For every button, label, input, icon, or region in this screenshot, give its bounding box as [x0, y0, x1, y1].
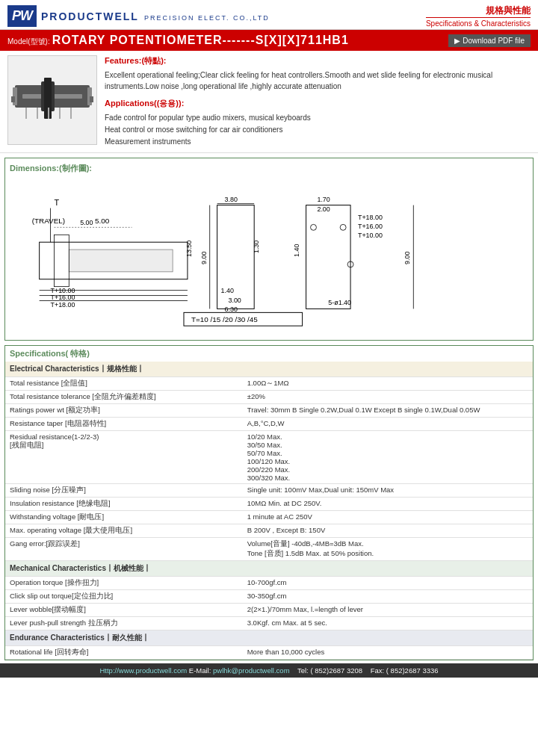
app-line-2: Heat control or mose switching for car a…	[105, 124, 531, 136]
spec-label: Ratings power wt [额定功率]	[5, 404, 243, 418]
spec-value: 10MΩ Min. at DC 250V.	[243, 498, 533, 511]
svg-rect-34	[306, 205, 350, 309]
spec-label: Residual resistance(1-2/2-3) [残留电阻]	[5, 431, 243, 484]
model-bar: Model(型號): ROTARY POTENTIOMETER-------S[…	[0, 30, 538, 51]
app-line-3: Measurement instruments	[105, 136, 531, 148]
table-row: Total resistance [全阻值] 1.00Ω～1MΩ	[5, 377, 533, 391]
download-button[interactable]: ▶ Download PDF file	[448, 34, 531, 47]
specs-header: Specifications( 特格)	[5, 346, 533, 362]
spec-value: 2(2×1.)/70mm Max, l.=length of lever	[243, 604, 533, 617]
svg-rect-19	[69, 250, 173, 272]
table-row: Gang error:[跟踪误差] Volume[音量] -40dB,-4MB=…	[5, 538, 533, 561]
footer: Http://www.productwell.com E-Mail: pwlhk…	[0, 663, 538, 678]
spec-label: Sliding noise [分压噪声]	[5, 484, 243, 498]
svg-text:1.40: 1.40	[293, 244, 300, 257]
app-line-1: Fade control for popular type audio mixe…	[105, 112, 531, 124]
table-row: Lever push-pull strength 拉压柄力 3.0Kgf. cm…	[5, 617, 533, 630]
endurance-header-row: Endurance Characteristics丨耐久性能丨	[5, 630, 533, 646]
features-desc: Excellent operational feeling;Clear clic…	[105, 69, 531, 92]
product-svg	[11, 59, 93, 141]
mechanical-header-cell: Mechanical Characteristics丨机械性能丨	[5, 561, 533, 577]
svg-text:9.00: 9.00	[200, 252, 208, 264]
footer-fax: Fax: ( 852)2687 3336	[371, 666, 439, 675]
svg-point-47	[340, 224, 346, 230]
svg-text:3.00: 3.00	[228, 297, 241, 304]
spec-value: ±20%	[243, 391, 533, 404]
spec-value: 1.00Ω～1MΩ	[243, 377, 533, 391]
svg-text:5.00: 5.00	[80, 219, 93, 226]
spec-label: Lever wobble[摆动幅度]	[5, 604, 243, 617]
table-row: Operation torque [操作扭力] 10-700gf.cm	[5, 577, 533, 590]
model-text: ROTARY POTENTIOMETER-------S[X][X]711HB1	[52, 34, 349, 46]
spec-value: Single unit: 100mV Max,Dual unit: 150mV …	[243, 484, 533, 498]
spec-label: Rotational life [回转寿命]	[5, 646, 243, 660]
dimensions-section: Dimensions:(制作圖): T (TRAVEL) 5.00 T+10.0…	[4, 158, 534, 341]
spec-value: A,B,°C,D,W	[243, 418, 533, 431]
table-row: Lever wobble[摆动幅度] 2(2×1.)/70mm Max, l.=…	[5, 604, 533, 617]
spec-label: Lever push-pull strength 拉压柄力	[5, 617, 243, 630]
spec-label: Insulation resistance [绝缘电阻]	[5, 498, 243, 511]
spec-label: Operation torque [操作扭力]	[5, 577, 243, 590]
spec-label: Total resistance [全阻值]	[5, 377, 243, 391]
svg-text:3.80: 3.80	[225, 196, 238, 203]
features-section: Features:(特點): Excellent operational fee…	[0, 51, 538, 153]
spec-value: 1 minute at AC 250V	[243, 511, 533, 524]
spec-label: Gang error:[跟踪误差]	[5, 538, 243, 561]
svg-text:1.70: 1.70	[317, 196, 330, 203]
table-row: Sliding noise [分压噪声] Single unit: 100mV …	[5, 484, 533, 498]
spec-label: Max. operating voltage [最大使用电压]	[5, 524, 243, 538]
svg-text:T+16.00: T+16.00	[51, 294, 75, 302]
model-info: Model(型號): ROTARY POTENTIOMETER-------S[…	[7, 34, 349, 47]
spec-label: Click slip out torque[定位扭力比]	[5, 590, 243, 604]
svg-text:5.00: 5.00	[95, 217, 110, 225]
specs-section: Specifications( 特格) Electrical Character…	[4, 345, 534, 660]
footer-tel: Tel: ( 852)2687 3208	[297, 666, 362, 675]
dimensions-diagram: T (TRAVEL) 5.00 T+10.00 T+16.00 T+18.00 …	[10, 179, 528, 335]
spec-value: Volume[音量] -40dB,-4MB=3dB Max. Tone [音质]…	[243, 538, 533, 561]
spec-value: B 200V , Except B: 150V	[243, 524, 533, 538]
spec-value: Travel: 30mm B Single 0.2W,Dual 0.1W Exc…	[243, 404, 533, 418]
svg-text:1.40: 1.40	[221, 287, 234, 294]
svg-text:T=10 /15 /20 /30 /45: T=10 /15 /20 /30 /45	[191, 315, 258, 323]
spec-label: Total resistance tolerance [全阻允许偏差精度]	[5, 391, 243, 404]
table-row: Insulation resistance [绝缘电阻] 10MΩ Min. a…	[5, 498, 533, 511]
svg-rect-12	[90, 96, 93, 102]
mechanical-header-row: Mechanical Characteristics丨机械性能丨	[5, 561, 533, 577]
table-row: Withstanding voltage [耐电压] 1 minute at A…	[5, 511, 533, 524]
logo-area: PW PRODUCTWELL PRECISION ELECT. CO.,LTD	[7, 5, 270, 27]
table-row: Resistance taper [电阻器特性] A,B,°C,D,W	[5, 418, 533, 431]
table-row: Residual resistance(1-2/2-3) [残留电阻] 10/2…	[5, 431, 533, 484]
spec-label: Resistance taper [电阻器特性]	[5, 418, 243, 431]
features-text: Features:(特點): Excellent operational fee…	[105, 55, 531, 148]
spec-char-en: Specifications & Characteristics	[426, 17, 531, 28]
svg-point-46	[311, 224, 317, 230]
svg-text:(TRAVEL): (TRAVEL)	[32, 217, 65, 225]
spec-label: Withstanding voltage [耐电压]	[5, 511, 243, 524]
svg-text:T+18.00: T+18.00	[51, 301, 75, 309]
header-right: 規格與性能 Specifications & Characteristics	[426, 4, 531, 28]
spec-value: 10-700gf.cm	[243, 577, 533, 590]
svg-text:13.50: 13.50	[185, 241, 193, 257]
table-row: Rotational life [回转寿命] More than 10,000 …	[5, 646, 533, 660]
svg-text:T+16.00: T+16.00	[358, 223, 383, 230]
model-label: Model(型號):	[7, 37, 50, 46]
product-image	[7, 55, 97, 145]
svg-text:T: T	[54, 198, 59, 207]
table-row: Total resistance tolerance [全阻允许偏差精度] ±2…	[5, 391, 533, 404]
spec-value: 30-350gf.cm	[243, 590, 533, 604]
electrical-header-row: Electrical Characteristics丨规格性能丨	[5, 362, 533, 377]
footer-email[interactable]: pwlhk@productwell.com	[213, 666, 290, 675]
svg-rect-11	[11, 96, 15, 102]
apps-desc: Fade control for popular type audio mixe…	[105, 112, 531, 148]
website-link[interactable]: Http://www.productwell.com	[99, 666, 187, 675]
table-row: Click slip out torque[定位扭力比] 30-350gf.cm	[5, 590, 533, 604]
apps-title: Applications((응용)):	[105, 98, 531, 109]
logo-icon: PW	[7, 5, 37, 27]
endurance-header-cell: Endurance Characteristics丨耐久性能丨	[5, 630, 533, 646]
svg-text:1.30: 1.30	[253, 241, 260, 253]
svg-text:9.00: 9.00	[404, 252, 411, 264]
company-info: PRODUCTWELL PRECISION ELECT. CO.,LTD	[41, 10, 270, 22]
dimensions-svg: T (TRAVEL) 5.00 T+10.00 T+16.00 T+18.00 …	[10, 179, 528, 335]
footer-email-label: E-Mail:	[189, 666, 211, 675]
table-row: Ratings power wt [额定功率] Travel: 30mm B S…	[5, 404, 533, 418]
